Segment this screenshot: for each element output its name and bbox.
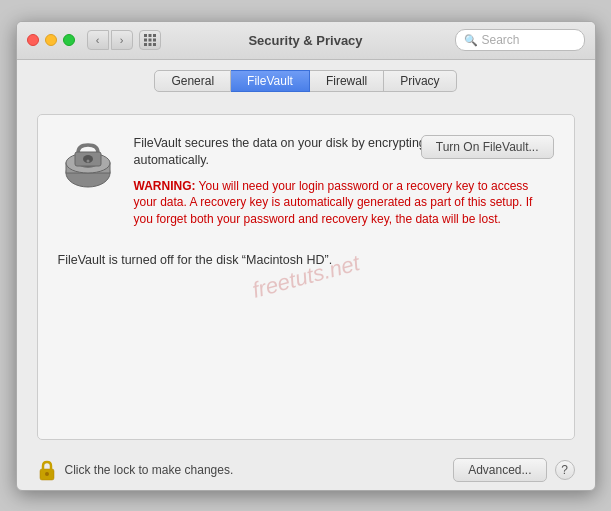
lock-icon	[37, 459, 57, 481]
search-box[interactable]: 🔍 Search	[455, 29, 585, 51]
advanced-button[interactable]: Advanced...	[453, 458, 546, 482]
lock-section: Click the lock to make changes.	[37, 459, 234, 481]
disk-icon	[58, 135, 118, 195]
filevault-warning: WARNING: You will need your login passwo…	[134, 178, 554, 228]
tab-privacy[interactable]: Privacy	[384, 70, 456, 92]
search-placeholder: Search	[482, 33, 520, 47]
svg-rect-6	[144, 43, 147, 46]
bottom-right-actions: Advanced... ?	[453, 458, 574, 482]
search-icon: 🔍	[464, 34, 478, 47]
content-area: Turn On FileVault...	[17, 98, 595, 450]
tab-filevault[interactable]: FileVault	[231, 70, 310, 92]
svg-rect-5	[153, 39, 156, 42]
svg-rect-1	[148, 34, 151, 37]
svg-point-18	[45, 472, 49, 476]
svg-rect-3	[144, 39, 147, 42]
minimize-button[interactable]	[45, 34, 57, 46]
lock-label: Click the lock to make changes.	[65, 463, 234, 477]
svg-rect-7	[148, 43, 151, 46]
forward-button[interactable]: ›	[111, 30, 133, 50]
warning-label: WARNING:	[134, 179, 196, 193]
tab-general[interactable]: General	[154, 70, 231, 92]
back-button[interactable]: ‹	[87, 30, 109, 50]
help-button[interactable]: ?	[555, 460, 575, 480]
svg-rect-0	[144, 34, 147, 37]
main-window: ‹ › Security & Privacy 🔍 Search General	[16, 21, 596, 491]
traffic-lights	[27, 34, 75, 46]
tab-firewall[interactable]: Firewall	[310, 70, 384, 92]
grid-button[interactable]	[139, 30, 161, 50]
maximize-button[interactable]	[63, 34, 75, 46]
filevault-status: FileVault is turned off for the disk “Ma…	[58, 252, 554, 270]
svg-point-16	[86, 159, 89, 162]
tabs-bar: General FileVault Firewall Privacy	[17, 60, 595, 98]
main-panel: Turn On FileVault...	[37, 114, 575, 440]
window-title: Security & Privacy	[248, 33, 362, 48]
svg-rect-4	[148, 39, 151, 42]
titlebar: ‹ › Security & Privacy 🔍 Search	[17, 22, 595, 60]
close-button[interactable]	[27, 34, 39, 46]
bottom-bar: Click the lock to make changes. Advanced…	[17, 450, 595, 490]
svg-rect-2	[153, 34, 156, 37]
svg-rect-8	[153, 43, 156, 46]
nav-buttons: ‹ ›	[87, 30, 133, 50]
turn-on-filevault-button[interactable]: Turn On FileVault...	[421, 135, 554, 159]
